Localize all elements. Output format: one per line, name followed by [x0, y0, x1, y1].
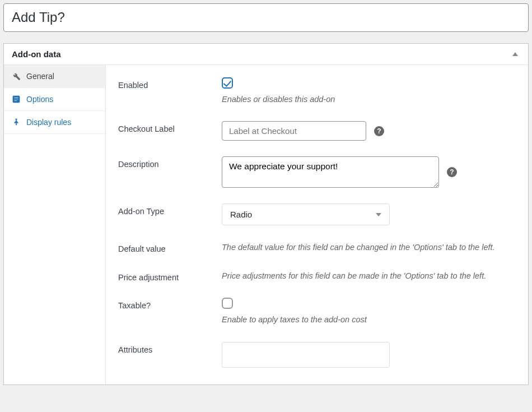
tab-display-rules[interactable]: Display rules — [4, 111, 105, 134]
row-enabled: Enabled Enables or disables this add-on — [118, 77, 516, 105]
help-icon[interactable]: ? — [447, 167, 457, 177]
panel-collapse-toggle[interactable] — [512, 52, 518, 56]
svg-rect-3 — [14, 100, 17, 101]
panel-header: Add-on data — [4, 44, 528, 65]
tab-general[interactable]: General — [4, 65, 105, 88]
checkout-label-input[interactable] — [222, 121, 366, 141]
taxable-checkbox[interactable] — [222, 298, 233, 309]
addon-data-panel: Add-on data General Options Display rule… — [3, 43, 529, 385]
panel-title: Add-on data — [12, 49, 61, 59]
price-adjustment-help: Price adjustments for this field can be … — [222, 270, 516, 282]
addon-type-label: Add-on Type — [118, 203, 222, 216]
attributes-input[interactable] — [222, 342, 390, 368]
description-label: Description — [118, 156, 222, 169]
row-price-adjustment: Price adjustment Price adjustments for t… — [118, 270, 516, 282]
pin-icon — [12, 118, 21, 127]
enabled-label: Enabled — [118, 77, 222, 90]
addon-type-value: Radio — [230, 210, 252, 219]
price-adjustment-label: Price adjustment — [118, 270, 222, 282]
attributes-label: Attributes — [118, 342, 222, 354]
tab-display-rules-label: Display rules — [26, 118, 71, 127]
svg-rect-2 — [14, 99, 18, 99]
panel-body: General Options Display rules Enabled En… — [4, 65, 528, 385]
row-description: Description ? — [118, 156, 516, 188]
addon-title-input[interactable] — [3, 3, 529, 32]
description-textarea[interactable] — [222, 156, 439, 188]
row-taxable: Taxable? Enable to apply taxes to the ad… — [118, 298, 516, 326]
enabled-help: Enables or disables this add-on — [222, 93, 516, 105]
tabs-sidebar: General Options Display rules — [4, 65, 106, 385]
help-icon[interactable]: ? — [374, 126, 384, 136]
default-value-label: Default value — [118, 241, 222, 253]
row-default-value: Default value The default value for this… — [118, 241, 516, 253]
checkout-label-label: Checkout Label — [118, 121, 222, 133]
chevron-down-icon — [376, 213, 381, 216]
general-tab-content: Enabled Enables or disables this add-on … — [106, 65, 528, 385]
tab-options-label: Options — [26, 95, 53, 104]
row-addon-type: Add-on Type Radio — [118, 203, 516, 225]
default-value-help: The default value for this field can be … — [222, 241, 516, 253]
addon-type-select[interactable]: Radio — [222, 203, 390, 225]
options-icon — [12, 95, 21, 104]
taxable-label: Taxable? — [118, 298, 222, 310]
row-checkout-label: Checkout Label ? — [118, 121, 516, 141]
enabled-checkbox[interactable] — [222, 77, 233, 89]
taxable-help: Enable to apply taxes to the add-on cost — [222, 313, 516, 326]
tab-general-label: General — [26, 72, 54, 81]
tab-options[interactable]: Options — [4, 88, 105, 111]
row-attributes: Attributes — [118, 342, 516, 368]
svg-rect-1 — [14, 97, 18, 98]
wrench-icon — [12, 72, 21, 81]
